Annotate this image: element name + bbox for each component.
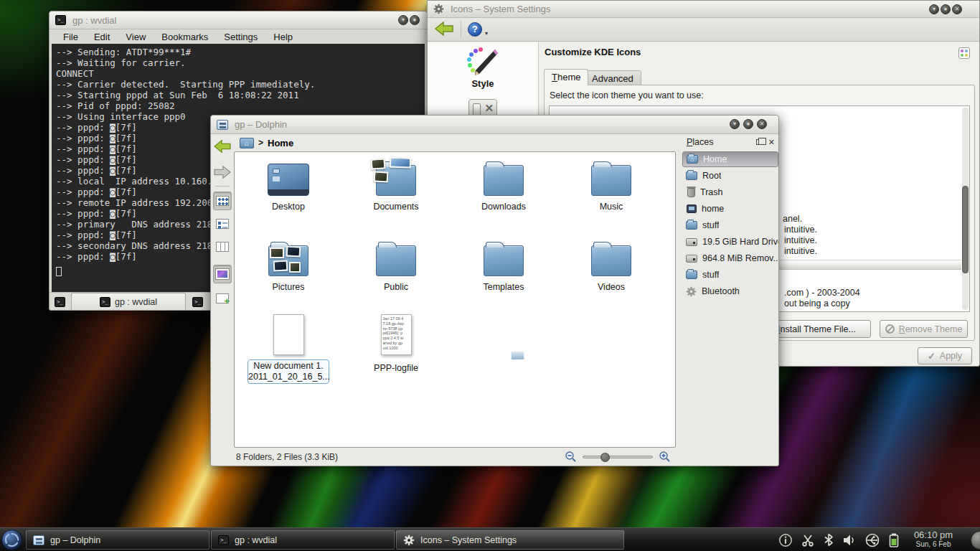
dolphin-titlebar[interactable]: gp – Dolphin ▾ ● ✕	[211, 116, 778, 134]
folder-view[interactable]: Desktop Documents Downloads Music	[234, 151, 676, 448]
menu-view[interactable]: View	[118, 32, 154, 42]
menu-file[interactable]: File	[55, 32, 86, 42]
panel-toolbox-icon[interactable]	[971, 531, 980, 550]
settings-toolbar: ? ▾	[428, 18, 979, 42]
file-label-selected: New document 1. 2011_01_20_16_5...	[248, 359, 329, 384]
usb-device-notifier-icon[interactable]	[864, 533, 880, 547]
columns-view-button[interactable]	[213, 237, 232, 256]
place-item-home-device[interactable]: home	[682, 201, 778, 217]
place-item-home[interactable]: ⌂ Home	[682, 151, 778, 167]
menu-bookmarks[interactable]: Bookmarks	[154, 32, 216, 42]
maximize-button[interactable]: ●	[743, 119, 753, 129]
breadcrumb-location[interactable]: Home	[268, 138, 293, 149]
terminal-titlebar[interactable]: >_ gp : wvdial ▾ ●	[50, 11, 427, 29]
place-item-root[interactable]: Root	[682, 168, 778, 184]
volume-tray-icon[interactable]	[842, 533, 857, 547]
maximize-button[interactable]: ●	[941, 4, 951, 14]
help-button[interactable]: ?	[468, 22, 482, 37]
document-icon	[273, 314, 304, 355]
places-panel: Places ✕ ⌂ Home Root Trash home	[681, 134, 780, 466]
place-item-bluetooth[interactable]: Bluetooth	[682, 283, 778, 299]
icons-view-button[interactable]	[213, 192, 232, 210]
details-view-button[interactable]	[213, 215, 232, 233]
task-terminal[interactable]: >_ gp : wvdial	[211, 530, 395, 550]
maximize-button[interactable]: ●	[410, 15, 420, 25]
folder-label: Pictures	[245, 282, 331, 292]
folder-item-downloads[interactable]: Downloads	[461, 161, 547, 212]
menu-help[interactable]: Help	[265, 32, 301, 42]
place-item-trash[interactable]: Trash	[682, 184, 778, 200]
pictures-folder-icon	[268, 245, 308, 276]
place-item-removable[interactable]: 964.8 MiB Remov...	[682, 250, 778, 266]
folder-label: Desktop	[245, 202, 331, 212]
place-item-stuff-2[interactable]: stuff	[682, 267, 778, 283]
kde-swirl-icon	[2, 530, 22, 550]
chevron-down-icon[interactable]: ▾	[485, 30, 488, 37]
bluetooth-tray-icon[interactable]	[823, 533, 834, 547]
tab-list-button[interactable]: >_	[190, 294, 205, 309]
remove-theme-button[interactable]: Remove Theme	[880, 320, 968, 338]
minimize-button[interactable]: ▾	[730, 119, 740, 129]
places-header[interactable]: Places ✕	[681, 134, 780, 151]
folder-label: Templates	[461, 282, 547, 292]
tab-theme[interactable]: Theme	[544, 69, 588, 85]
settings-titlebar[interactable]: Icons – System Settings ▾ ● ✕	[428, 1, 979, 18]
forward-button[interactable]	[213, 163, 232, 182]
folder-item-desktop[interactable]: Desktop	[245, 161, 331, 212]
menu-edit[interactable]: Edit	[86, 32, 118, 42]
close-button[interactable]: ✕	[952, 4, 962, 14]
folder-label: Downloads	[461, 202, 547, 212]
folder-icon	[484, 245, 524, 276]
minimize-button[interactable]: ▾	[929, 4, 939, 14]
home-folder-icon[interactable]: ⌂	[240, 138, 254, 149]
clock[interactable]: 06:10 pm Sun, 6 Feb	[910, 529, 957, 549]
klipper-scissors-icon[interactable]	[801, 533, 815, 547]
new-tab-button[interactable]: >_	[52, 294, 67, 309]
apply-button[interactable]: ✓ Apply	[918, 347, 972, 364]
task-system-settings[interactable]: Icons – System Settings	[396, 530, 624, 550]
detach-panel-icon[interactable]	[756, 139, 763, 145]
close-button[interactable]: ✕	[757, 119, 767, 129]
folder-item-templates[interactable]: Templates	[461, 241, 547, 292]
scrollbar[interactable]	[962, 108, 969, 310]
terminal-window-title: gp : wvdial	[72, 15, 116, 26]
back-button[interactable]	[435, 21, 453, 37]
zoom-in-icon[interactable]	[659, 451, 671, 463]
overview-icon[interactable]	[958, 47, 970, 59]
clock-date: Sun, 6 Feb	[910, 540, 957, 549]
place-item-hard-drive[interactable]: 19.5 GiB Hard Drive	[682, 234, 778, 250]
menu-settings[interactable]: Settings	[216, 32, 265, 42]
forward-arrow-icon	[214, 165, 231, 179]
sidebar-item-style[interactable]: Style	[428, 42, 538, 121]
folder-label: Public	[353, 282, 439, 292]
zoom-slider-thumb[interactable]	[600, 453, 610, 462]
folder-item-public[interactable]: Public	[353, 241, 439, 292]
split-view-button[interactable]	[213, 289, 232, 308]
file-item-ppp-logfile[interactable]: Jan 17 09:4 7:18 gp-Asp ire-5738 pp pd[1…	[353, 314, 439, 373]
battery-tray-icon[interactable]	[888, 532, 900, 548]
folder-item-music[interactable]: Music	[568, 161, 654, 212]
close-panel-icon[interactable]: ✕	[768, 138, 775, 147]
zoom-out-icon[interactable]	[565, 451, 577, 463]
app-launcher-button[interactable]	[1, 529, 22, 550]
task-dolphin[interactable]: gp – Dolphin	[26, 530, 209, 550]
folder-label: Documents	[353, 202, 439, 212]
folder-item-videos[interactable]: Videos	[568, 241, 654, 292]
terminal-icon: >_	[192, 297, 203, 307]
dolphin-statusbar: 8 Folders, 2 Files (3.3 KiB)	[211, 448, 778, 466]
file-label: PPP-logfile	[353, 363, 439, 373]
tab-advanced[interactable]: Advanced	[584, 70, 641, 85]
zoom-slider[interactable]	[583, 456, 653, 458]
terminal-tab-label: gp : wvdial	[115, 297, 157, 307]
folder-item-documents[interactable]: Documents	[353, 161, 439, 212]
preview-button[interactable]	[213, 265, 232, 283]
folder-item-pictures[interactable]: Pictures	[245, 241, 331, 292]
file-item-new-document[interactable]: New document 1. 2011_01_20_16_5...	[245, 314, 331, 384]
place-item-stuff[interactable]: stuff	[682, 217, 778, 233]
info-tray-icon[interactable]	[778, 533, 793, 547]
bluetooth-gear-icon	[686, 286, 697, 297]
back-button[interactable]	[213, 137, 232, 156]
minimize-button[interactable]: ▾	[398, 15, 408, 25]
terminal-tab[interactable]: >_ gp : wvdial	[71, 293, 186, 310]
scrollbar-thumb[interactable]	[962, 186, 969, 273]
